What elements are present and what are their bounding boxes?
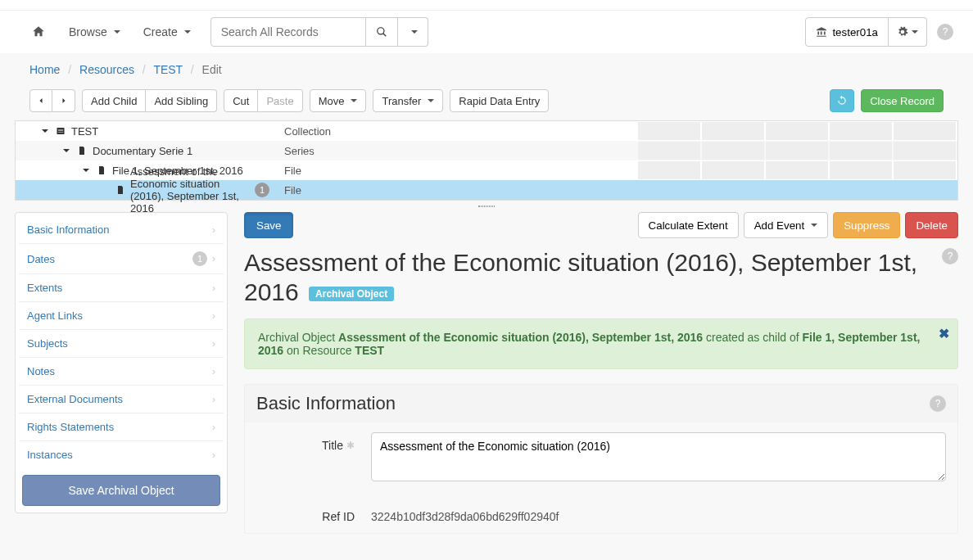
success-alert: ✖ Archival Object Assessment of the Econ… [244,318,958,369]
add-event-button[interactable]: Add Event [744,212,829,238]
refid-value: 3224b10df3d28f9da06bd629ff02940f [371,504,946,523]
sidebar-item-external-documents[interactable]: External Documents› [19,386,224,413]
chevron-down-icon [411,30,418,34]
title-help-button[interactable]: ? [942,248,958,264]
tree-row-type: File [278,165,638,177]
tree-expand-toggle[interactable] [40,126,50,136]
tree-row-stripes [638,142,957,160]
tree-row[interactable]: Documentary Serie 1 Series [16,141,957,160]
file-icon [76,146,88,156]
sidebar-item-notes[interactable]: Notes› [19,358,224,386]
breadcrumb-current: Edit [202,63,222,76]
brand-bar [0,0,973,10]
tree-row-type: Series [278,145,638,157]
required-icon: ✱ [346,440,355,451]
chevron-right-icon: › [212,224,215,236]
record-type-badge: Archival Object [309,287,394,301]
record-title: Assessment of the Economic situation (20… [244,248,958,307]
svg-rect-3 [58,129,63,130]
chevron-right-icon: › [212,449,215,461]
chevron-right-icon: › [212,366,215,377]
chevron-right-icon: › [212,338,215,350]
sidebar-item-subjects[interactable]: Subjects› [19,330,224,358]
title-input[interactable] [371,432,946,481]
sidebar-item-basic-information[interactable]: Basic Information› [19,216,224,244]
home-link[interactable] [20,18,57,46]
search-input[interactable] [210,17,366,47]
count-badge: 1 [192,251,207,266]
sidebar-item-instances[interactable]: Instances› [19,441,224,468]
close-record-button[interactable]: Close Record [861,89,944,112]
nav-forward-button[interactable] [52,89,75,112]
chevron-down-icon [351,99,357,102]
sidebar-item-rights-statements[interactable]: Rights Statements› [19,413,224,441]
search-group [210,17,428,47]
tree-toolbar: Add Child Add Sibling Cut Paste Move Tra… [0,86,973,120]
tree-expand-toggle[interactable] [61,146,71,156]
calculate-extent-button[interactable]: Calculate Extent [638,212,739,238]
svg-line-1 [382,34,386,37]
close-alert-button[interactable]: ✖ [939,326,949,341]
home-icon [31,25,46,39]
title-label: Title [322,439,343,452]
rapid-data-entry-button[interactable]: Rapid Data Entry [450,89,549,112]
breadcrumb: Home / Resources / TEST / Edit [0,53,973,86]
file-icon [115,185,125,195]
repository-selector[interactable]: tester01a [805,17,889,47]
section-help-button[interactable]: ? [930,395,946,412]
add-sibling-button[interactable]: Add Sibling [146,89,217,112]
transfer-button[interactable]: Transfer [373,89,443,112]
refresh-icon [836,95,848,106]
help-button[interactable]: ? [937,24,953,40]
tree-view: TEST Collection Documentary Serie 1 Seri… [15,120,958,201]
create-menu[interactable]: Create [132,19,202,45]
tree-row-label: TEST [71,125,98,138]
tree-row-badge: 1 [255,183,269,197]
delete-button[interactable]: Delete [905,212,958,238]
chevron-right-icon: › [212,282,215,294]
browse-menu[interactable]: Browse [57,19,132,45]
tree-row-type: File [278,184,638,196]
arrow-left-icon [36,96,46,106]
chevron-down-icon [114,30,120,34]
sidebar-item-agent-links[interactable]: Agent Links› [19,302,224,330]
breadcrumb-home[interactable]: Home [29,63,60,76]
move-button[interactable]: Move [310,89,367,112]
save-archival-object-button[interactable]: Save Archival Object [22,475,220,506]
settings-button[interactable] [889,17,927,47]
record-toolbar: Save Calculate Extent Add Event Suppress… [244,212,958,238]
basic-information-section: Basic Information ? Title✱ Ref ID 3224b1… [244,384,958,534]
breadcrumb-resources[interactable]: Resources [79,63,134,76]
suppress-button[interactable]: Suppress [833,212,900,238]
arrow-right-icon [59,96,69,106]
refid-label: Ref ID [322,510,355,523]
svg-point-0 [377,28,383,34]
chevron-down-icon [912,30,918,34]
chevron-right-icon: › [212,310,215,322]
breadcrumb-test[interactable]: TEST [153,63,183,76]
search-options-button[interactable] [398,17,428,47]
sidebar-item-dates[interactable]: Dates1› [19,244,224,274]
chevron-down-icon [428,99,434,102]
tree-row-stripes [638,161,957,179]
tree-row-stripes [638,122,957,140]
cut-button[interactable]: Cut [224,89,258,112]
chevron-down-icon [184,30,191,34]
nav-back-button[interactable] [29,89,52,112]
tree-row-type: Collection [278,125,638,138]
tree-row[interactable]: Assessment of the Economic situation (20… [16,180,957,200]
tree-row[interactable]: TEST Collection [16,121,957,141]
tree-row-label: Assessment of the Economic situation (20… [130,165,255,215]
main-nav: Browse Create tester01a ? [0,10,973,53]
add-child-button[interactable]: Add Child [82,89,146,112]
save-button[interactable]: Save [244,212,293,238]
svg-rect-4 [58,131,63,132]
chevron-right-icon: › [212,253,215,264]
refresh-button[interactable] [830,89,854,112]
section-heading: Basic Information [256,393,396,414]
chevron-right-icon: › [212,394,215,405]
tree-row-label: Documentary Serie 1 [93,145,192,157]
sidebar-item-extents[interactable]: Extents› [19,274,224,302]
search-button[interactable] [366,17,398,47]
svg-rect-5 [58,132,63,133]
